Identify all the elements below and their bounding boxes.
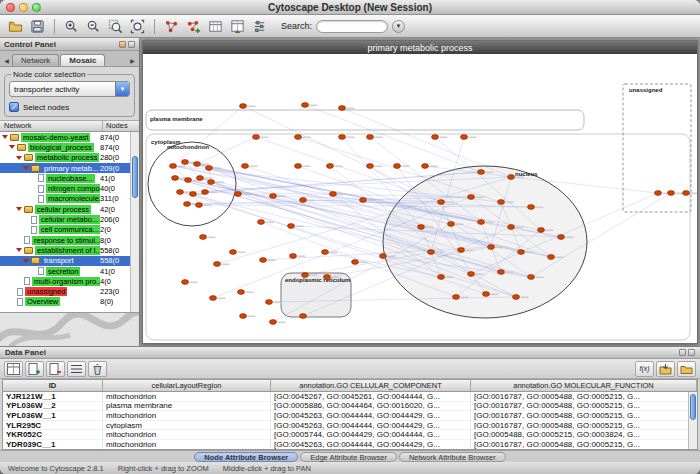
network-node[interactable] (558, 235, 565, 240)
zoom-fit-icon[interactable] (127, 17, 148, 36)
network-node[interactable] (339, 106, 346, 111)
network-node[interactable] (432, 135, 439, 140)
tree-row[interactable]: macromolecule...311(0 (0, 194, 130, 204)
float-panel-icon[interactable] (679, 349, 686, 356)
open-folder-icon[interactable] (677, 361, 696, 377)
tab-node-attribute-browser[interactable]: Node Attribute Browser (194, 452, 298, 462)
select-attributes-icon[interactable] (4, 361, 23, 377)
tree-row[interactable]: metabolic process280(0 (0, 153, 130, 163)
tab-mosaic[interactable]: Mosaic (60, 54, 105, 66)
search-options-icon[interactable]: ▼ (392, 20, 405, 33)
network-node[interactable] (468, 272, 475, 277)
network-node[interactable] (448, 222, 455, 227)
zoom-window-icon[interactable] (32, 3, 41, 12)
network-node[interactable] (230, 250, 237, 255)
zoom-out-icon[interactable] (83, 17, 104, 36)
tree-row[interactable]: nucleobase...41(0 (0, 173, 130, 183)
network-node[interactable] (184, 202, 191, 207)
network-node[interactable] (324, 275, 331, 280)
tab-network[interactable]: Network (12, 54, 59, 66)
tree-row[interactable]: primary metab...209(0 (0, 163, 130, 173)
network-node[interactable] (214, 262, 221, 267)
network-node[interactable] (453, 295, 460, 300)
tree-row[interactable]: transport558(0 (0, 256, 130, 266)
network-node[interactable] (295, 164, 302, 169)
tree-row[interactable]: unassigned223(0 (0, 286, 130, 296)
network-node[interactable] (478, 170, 485, 175)
network-node[interactable] (300, 314, 307, 319)
expander-icon[interactable] (16, 154, 23, 162)
network-node[interactable] (290, 254, 297, 259)
network-node[interactable] (498, 270, 505, 275)
network-node[interactable] (182, 280, 189, 285)
search-input[interactable] (316, 20, 388, 33)
network-node[interactable] (330, 192, 337, 197)
network-node[interactable] (253, 135, 260, 140)
expander-icon[interactable] (16, 246, 23, 254)
network-node[interactable] (683, 191, 690, 196)
network-node[interactable] (518, 250, 525, 255)
close-panel-icon[interactable] (128, 41, 135, 48)
expander-icon[interactable] (23, 164, 30, 172)
attribute-list-icon[interactable] (67, 361, 86, 377)
destroy-view-icon[interactable] (161, 17, 182, 36)
network-node[interactable] (508, 175, 515, 180)
network-node[interactable] (327, 164, 334, 169)
expander-icon[interactable] (16, 205, 23, 213)
close-panel-icon[interactable] (688, 349, 695, 356)
network-node[interactable] (206, 166, 213, 171)
tree-row[interactable]: cell communica...2(0 (0, 225, 130, 235)
network-node[interactable] (418, 225, 425, 230)
preferences-icon[interactable] (249, 17, 270, 36)
import-table-icon[interactable] (227, 17, 248, 36)
minimize-window-icon[interactable] (19, 3, 28, 12)
network-node[interactable] (498, 200, 505, 205)
network-node[interactable] (513, 295, 520, 300)
network-node[interactable] (367, 135, 374, 140)
tree-scrollbar-thumb[interactable] (132, 156, 138, 198)
network-node[interactable] (655, 191, 662, 196)
network-node[interactable] (182, 160, 189, 165)
tree-row[interactable]: biological_process874(0 (0, 142, 130, 152)
network-node[interactable] (295, 135, 302, 140)
tree-scrollbar[interactable] (130, 132, 139, 312)
tree-row[interactable]: multi-organism pro...4(0 (0, 276, 130, 286)
network-node[interactable] (438, 200, 445, 205)
network-node[interactable] (202, 190, 209, 195)
table-scrollbar-thumb[interactable] (690, 394, 696, 420)
save-session-icon[interactable] (27, 17, 48, 36)
column-header[interactable]: cellularLayoutRegion (103, 380, 271, 391)
network-node[interactable] (461, 135, 468, 140)
network-node[interactable] (302, 103, 309, 108)
zoom-selected-icon[interactable] (105, 17, 126, 36)
table-row[interactable]: YPL036W__1mitochondrion[GO:0045263, GO:0… (3, 411, 697, 421)
network-node[interactable] (538, 228, 545, 233)
network-node[interactable] (394, 164, 401, 169)
float-panel-icon[interactable] (119, 41, 126, 48)
network-node[interactable] (428, 250, 435, 255)
network-node[interactable] (240, 314, 247, 319)
tab-edge-attribute-browser[interactable]: Edge Attribute Browser (300, 452, 397, 462)
tab-network-attribute-browser[interactable]: Network Attribute Browser (399, 452, 506, 462)
network-node[interactable] (208, 180, 215, 185)
open-session-icon[interactable] (5, 17, 26, 36)
tab-scroll-right-icon[interactable]: ▶ (128, 54, 137, 66)
expander-icon[interactable] (23, 257, 30, 265)
tree-row[interactable]: cellular metabo...206(0 (0, 214, 130, 224)
trash-icon[interactable] (88, 361, 107, 377)
network-node[interactable] (197, 176, 204, 181)
tree-row[interactable]: secretion41(0 (0, 266, 130, 276)
tree-header-network[interactable]: Network (0, 121, 103, 131)
network-node[interactable] (458, 248, 465, 253)
network-node[interactable] (190, 192, 197, 197)
column-header[interactable]: annotation.GO MOLECULAR_FUNCTION (471, 380, 697, 391)
network-node[interactable] (240, 104, 247, 109)
network-node[interactable] (488, 245, 495, 250)
network-node[interactable] (266, 300, 273, 305)
function-builder-icon[interactable]: f(x) (635, 361, 654, 377)
network-node[interactable] (260, 258, 267, 263)
network-node[interactable] (528, 275, 535, 280)
network-node[interactable] (339, 135, 346, 140)
network-node[interactable] (508, 225, 515, 230)
network-node[interactable] (438, 275, 445, 280)
